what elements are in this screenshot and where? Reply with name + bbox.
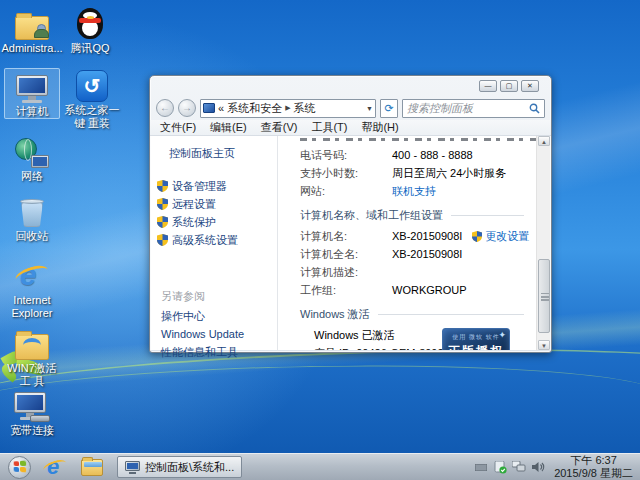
clipped-text-row — [300, 138, 536, 141]
desktop-icon-network[interactable]: 网络 — [4, 134, 60, 183]
desktop-icon-label: Internet Explorer — [4, 294, 60, 319]
vertical-scrollbar[interactable]: ▲ ▼ — [536, 136, 550, 350]
info-value: 周日至周六 24小时服务 — [392, 166, 506, 181]
taskbar-ie-icon[interactable]: e — [43, 455, 67, 479]
window-task-icon — [125, 461, 140, 474]
sidebar-item-remote-settings[interactable]: 远程设置 — [151, 195, 277, 213]
uac-shield-icon — [472, 231, 482, 242]
scrollbar-thumb[interactable] — [538, 259, 550, 333]
broadband-icon — [14, 392, 50, 422]
forward-button[interactable]: → — [178, 99, 196, 117]
breadcrumb-system[interactable]: 系统 — [294, 101, 316, 116]
info-row: 计算机描述: — [300, 263, 536, 281]
info-value: 400 - 888 - 8888 — [392, 149, 473, 161]
folder-tool-icon — [15, 334, 49, 360]
address-bar: ← → « 系统和安全 ▶ 系统 ▼ ⟳ 搜索控制面板 — [150, 96, 551, 120]
title-bar[interactable]: — ▢ ✕ — [150, 76, 551, 96]
sidebar-item-system-protection[interactable]: 系统保护 — [151, 213, 277, 231]
search-input[interactable]: 搜索控制面板 — [402, 99, 545, 118]
uac-shield-icon — [157, 180, 168, 192]
desktop-icon-label: 系统之家一键 重装 — [60, 104, 124, 129]
taskbar-task-control-panel[interactable]: 控制面板\系统和... — [117, 456, 242, 478]
breadcrumb[interactable]: « 系统和安全 ▶ 系统 ▼ — [200, 99, 376, 118]
uac-shield-icon — [157, 198, 168, 210]
menu-edit[interactable]: 编辑(E) — [210, 120, 247, 135]
desktop-icon-reinstall-tool[interactable]: ↺ 系统之家一键 重装 — [60, 68, 124, 129]
menu-help[interactable]: 帮助(H) — [361, 120, 398, 135]
task-button-label: 控制面板\系统和... — [145, 460, 234, 475]
desktop-icon-label: Administra... — [1, 42, 62, 55]
info-label: 工作组: — [300, 283, 392, 298]
start-button[interactable] — [8, 456, 31, 479]
network-icon — [15, 138, 49, 168]
language-bar-icon[interactable] — [474, 461, 488, 473]
menu-file[interactable]: 文件(F) — [160, 120, 196, 135]
desktop-icon-computer[interactable]: 计算机 — [4, 68, 60, 119]
minimize-button[interactable]: — — [479, 80, 497, 92]
sidebar-item-advanced-system-settings[interactable]: 高级系统设置 — [151, 231, 277, 249]
search-icon[interactable] — [529, 103, 540, 114]
back-button[interactable]: ← — [156, 99, 174, 117]
network-tray-icon[interactable] — [512, 461, 526, 473]
sidebar-item-performance-tools[interactable]: 性能信息和工具 — [151, 343, 277, 361]
volume-icon[interactable] — [531, 461, 545, 473]
info-value: XB-20150908I — [392, 230, 462, 242]
activation-block: Windows 已激活 产品 ID: 00426-OEM-8992662-000… — [300, 326, 536, 350]
taskbar-clock[interactable]: 下午 6:37 2015/9/8 星期二 — [554, 454, 633, 479]
security-check-icon[interactable] — [493, 461, 507, 473]
sidebar-item-device-manager[interactable]: 设备管理器 — [151, 177, 277, 195]
taskbar: e 控制面板\系统和... 下午 6:37 2015/9/8 星期二 — [0, 453, 640, 480]
main-content: 电话号码: 400 - 888 - 8888 支持小时数: 周日至周六 24小时… — [278, 136, 536, 350]
info-value: WORKGROUP — [392, 284, 467, 296]
sidebar-item-label: 高级系统设置 — [172, 233, 238, 248]
sidebar-item-label: 远程设置 — [172, 197, 216, 212]
change-settings-link[interactable]: 更改设置 — [485, 229, 529, 244]
desktop-icon-internet-explorer[interactable]: e Internet Explorer — [4, 258, 60, 319]
desktop-icon-label: 网络 — [21, 170, 43, 183]
sidebar-item-control-panel-home[interactable]: 控制面板主页 — [151, 146, 277, 161]
reinstall-app-icon: ↺ — [76, 70, 108, 102]
uac-shield-icon — [157, 216, 168, 228]
menu-tools[interactable]: 工具(T) — [311, 120, 347, 135]
online-support-link[interactable]: 联机支持 — [392, 184, 436, 199]
desktop-icon-label: 宽带连接 — [10, 424, 54, 437]
info-label: 电话号码: — [300, 148, 392, 163]
info-label: 计算机描述: — [300, 265, 392, 280]
system-tray: 下午 6:37 2015/9/8 星期二 — [474, 454, 640, 479]
info-label: 计算机名: — [300, 229, 392, 244]
menu-view[interactable]: 查看(V) — [261, 120, 298, 135]
search-placeholder: 搜索控制面板 — [407, 101, 529, 116]
windows-logo-icon — [14, 461, 26, 474]
see-also-header: 另请参阅 — [151, 289, 277, 307]
sidebar-item-label: 设备管理器 — [172, 179, 227, 194]
breadcrumb-chevrons[interactable]: « — [218, 102, 224, 114]
info-row: 网站: 联机支持 — [300, 182, 536, 200]
clock-time: 下午 6:37 — [554, 454, 633, 467]
breadcrumb-system-security[interactable]: 系统和安全 — [227, 101, 282, 116]
sidebar-item-action-center[interactable]: 操作中心 — [151, 307, 277, 325]
close-button[interactable]: ✕ — [521, 80, 539, 92]
address-dropdown-icon[interactable]: ▼ — [366, 105, 373, 112]
desktop-icon-recycle-bin[interactable]: 回收站 — [4, 194, 60, 243]
info-row: 计算机名: XB-20150908I 更改设置 — [300, 227, 536, 245]
info-row: 计算机全名: XB-20150908I — [300, 245, 536, 263]
recycle-bin-icon — [20, 198, 44, 228]
desktop-icon-broadband[interactable]: 宽带连接 — [4, 388, 60, 437]
genuine-badge[interactable]: ✦ 使用 微软 软件 正版授权 安全 稳定 声誉 — [442, 328, 510, 350]
sidebar-item-windows-update[interactable]: Windows Update — [151, 325, 277, 343]
section-header-computer-name: 计算机名称、域和工作组设置 — [300, 208, 536, 223]
info-label: 网站: — [300, 184, 392, 199]
desktop-icon-label: 腾讯QQ — [70, 42, 109, 55]
taskbar-explorer-icon[interactable] — [81, 459, 103, 476]
desktop-icon-win7-activation-tool[interactable]: WIN7激活工 具 — [4, 326, 60, 387]
info-value: XB-20150908I — [392, 248, 462, 260]
maximize-button[interactable]: ▢ — [500, 80, 518, 92]
scroll-down-icon[interactable]: ▼ — [538, 340, 550, 350]
desktop-icon-administrator[interactable]: Administra... — [4, 6, 60, 55]
sparkle-icon: ✦ — [498, 330, 506, 340]
desktop: Administra... 计算机 网络 回收站 e Internet Expl… — [0, 0, 640, 480]
desktop-icon-tencent-qq[interactable]: 腾讯QQ — [62, 6, 118, 55]
refresh-button[interactable]: ⟳ — [380, 99, 398, 118]
scroll-up-icon[interactable]: ▲ — [538, 136, 550, 146]
breadcrumb-separator-icon: ▶ — [285, 104, 290, 112]
